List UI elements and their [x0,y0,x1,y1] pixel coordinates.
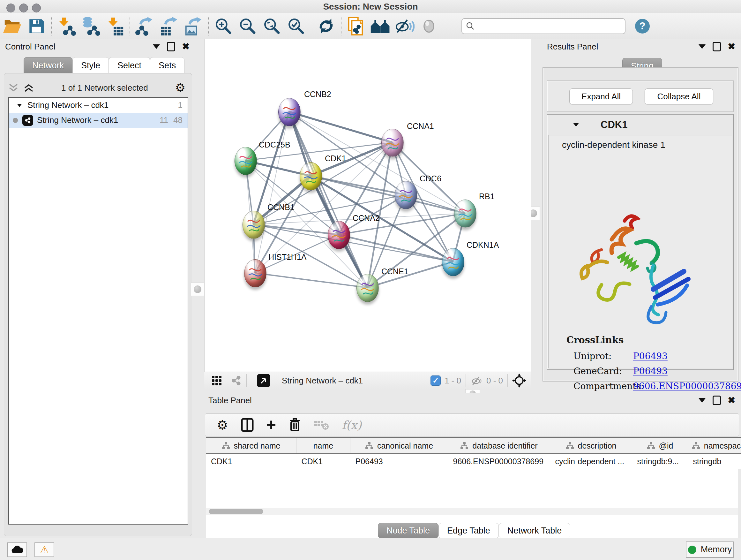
hide-selected-button[interactable] [393,16,417,37]
grid-view-icon[interactable] [211,375,222,386]
section-expander-icon[interactable] [573,123,579,126]
collapse-all-icon[interactable] [8,83,19,92]
column-header-namespac[interactable]: namespac [688,438,741,454]
network-node-CCNB1[interactable] [243,211,265,239]
network-node-CCNA1[interactable] [381,129,404,157]
table-cell[interactable]: cyclin-dependent ... [550,454,632,469]
collapse-all-button[interactable]: Collapse All [645,88,713,105]
left-splitter-handle[interactable] [191,283,204,296]
tab-network[interactable]: Network [23,57,72,74]
network-node-RB1[interactable] [454,199,476,228]
navigator-crosshair-icon[interactable] [512,374,526,388]
network-node-CCNE1[interactable] [356,274,379,302]
table-horizontal-scrollbar[interactable] [206,508,738,515]
network-edge[interactable] [367,262,453,288]
table-cell[interactable]: P06493 [350,454,448,469]
search-input[interactable] [475,21,614,31]
import-network-from-database-button[interactable] [78,16,103,37]
show-columns-icon[interactable] [241,418,254,432]
warnings-button[interactable]: ⚠ [35,543,54,557]
network-view-statusbar: String Network – cdk1 ✓ 1 - 0 0 - 0 [204,372,531,389]
table-cell[interactable]: stringdb:9... [632,454,688,469]
network-options-gear-icon[interactable]: ⚙ [175,82,185,94]
table-options-gear-icon[interactable]: ⚙ [217,419,228,431]
show-all-nodes-button[interactable] [368,16,393,37]
table-cell[interactable]: stringdb [688,454,741,469]
import-table-button[interactable] [103,16,127,37]
network-node-CDC25B[interactable] [234,147,257,175]
tab-network-table[interactable]: Network Table [499,523,570,538]
network-node-CDK1[interactable] [300,162,322,190]
network-share-icon[interactable] [230,375,242,386]
column-header-label: canonical name [377,441,433,450]
expand-all-icon[interactable] [23,83,34,92]
collection-expander-icon[interactable] [17,104,22,107]
network-type-icon [22,115,33,126]
apply-layout-button[interactable] [314,16,338,37]
close-panel-icon[interactable]: ✖ [182,42,190,51]
column-header-name[interactable]: name [296,438,350,454]
network-edge[interactable] [253,225,339,235]
memory-button[interactable]: Memory [686,542,734,558]
table-cell[interactable]: 9606.ENSP00000378699 [448,454,550,469]
close-panel-icon[interactable]: ✖ [728,396,735,405]
zoom-fit-button[interactable] [260,16,284,37]
expand-all-button[interactable]: Expand All [569,88,633,105]
network-node-CCNB2[interactable] [278,98,300,126]
table-row[interactable]: CDK1CDK1P064939606.ENSP00000378699cyclin… [206,454,741,469]
column-header-shared-name[interactable]: shared name [206,438,296,454]
close-panel-icon[interactable]: ✖ [728,42,735,51]
network-row[interactable]: String Network – cdk1 11 48 [9,113,188,128]
column-header--id[interactable]: @id [632,438,688,454]
birdseye-view-button[interactable] [257,374,270,387]
table-cell[interactable]: CDK1 [206,454,296,469]
show-hidden-button[interactable] [417,16,441,37]
float-panel-icon[interactable] [713,395,721,405]
export-table-button[interactable] [157,16,181,37]
clone-network-button[interactable] [344,16,368,37]
import-network-button[interactable] [54,16,78,37]
zoom-in-button[interactable] [211,16,235,37]
crosslink-value-link[interactable]: P06493 [633,351,668,361]
network-edge[interactable] [339,235,453,262]
tab-sets[interactable]: Sets [150,57,185,74]
network-edge[interactable] [289,112,392,142]
tab-style[interactable]: Style [72,57,109,74]
panel-menu-icon[interactable] [153,44,160,49]
open-session-button[interactable] [0,16,24,37]
network-node-label: CCNA1 [407,122,434,131]
scrollbar-thumb[interactable] [209,509,263,514]
network-edge[interactable] [255,112,289,273]
network-node-CDC6[interactable] [395,181,417,209]
float-panel-icon[interactable] [713,42,721,51]
panel-menu-icon[interactable] [698,398,705,402]
network-node-HIST1H1A[interactable] [244,259,266,287]
tab-select[interactable]: Select [109,57,150,74]
table-cell[interactable]: CDK1 [296,454,350,469]
crosslink-value-link[interactable]: 9606.ENSP00000378699 [633,381,741,391]
column-header-database-identifier[interactable]: database identifier [448,438,550,454]
zoom-out-button[interactable] [235,16,260,37]
protein-section-header[interactable]: CDK1 [547,115,733,135]
column-header-canonical-name[interactable]: canonical name [350,438,448,454]
network-view-canvas[interactable]: CCNB2 CCNA1 CDC25B CDK1 CDC6 RB1 [204,39,531,372]
zoom-selected-button[interactable] [284,16,308,37]
cloud-status-button[interactable] [7,543,27,557]
export-network-button[interactable] [133,16,157,37]
network-node-CCNA2[interactable] [328,221,350,249]
tab-node-table[interactable]: Node Table [378,523,439,538]
crosslink-value-link[interactable]: P06493 [633,366,668,376]
selected-indicator-checkbox[interactable]: ✓ [430,375,441,386]
help-button[interactable]: ? [635,19,650,34]
network-edge[interactable] [255,273,367,288]
tab-edge-table[interactable]: Edge Table [439,523,499,538]
create-column-icon[interactable]: + [266,418,276,432]
save-session-button[interactable] [24,16,49,37]
network-node-CDKN1A[interactable] [442,248,464,276]
delete-column-icon[interactable] [289,418,301,432]
column-header-description[interactable]: description [550,438,632,454]
export-image-button[interactable] [181,16,205,37]
panel-menu-icon[interactable] [698,44,705,49]
network-collection-row[interactable]: String Network – cdk1 1 [9,98,188,113]
float-panel-icon[interactable] [167,42,175,51]
